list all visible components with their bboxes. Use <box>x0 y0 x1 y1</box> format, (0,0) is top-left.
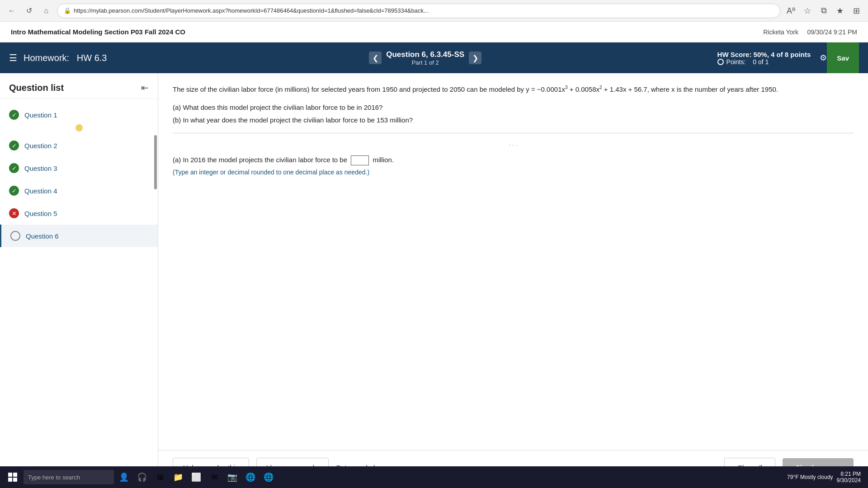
answer-text-line: (a) In 2016 the model projects the civil… <box>173 155 854 165</box>
course-title: Intro Mathematical Modeling Section P03 … <box>11 28 185 36</box>
question-4-status-icon: ✓ <box>9 186 19 196</box>
answer-area: (a) In 2016 the model projects the civil… <box>173 155 854 177</box>
url-text: https://mylab.pearson.com/Student/Player… <box>74 7 429 14</box>
sub-question-a: (a) What does this model project the civ… <box>173 102 854 113</box>
points-circle-icon <box>717 59 724 65</box>
taskbar-apps-icon[interactable]: ⬜ <box>188 469 204 485</box>
sidebar-item-question-5[interactable]: ✕ Question 5 <box>0 202 158 225</box>
svg-rect-3 <box>13 478 17 482</box>
question-4-label: Question 4 <box>24 187 57 195</box>
question-1-label: Question 1 <box>24 111 57 119</box>
taskbar-right-area: 79°F Mostly cloudy 8:21 PM 9/30/2024 <box>787 471 864 483</box>
taskbar-weather: 79°F Mostly cloudy <box>787 474 833 480</box>
taskbar-camera-icon[interactable]: 📷 <box>224 469 241 485</box>
question-3-status-icon: ✓ <box>9 163 19 173</box>
divider <box>173 133 854 133</box>
hw-score-text: HW Score: 50%, 4 of 8 points Points: 0 o… <box>717 51 811 66</box>
sub-questions: (a) What does this model project the civ… <box>173 102 854 126</box>
taskbar-mail-icon[interactable]: ✉ <box>206 469 222 485</box>
question-part: Part 1 of 2 <box>386 59 464 66</box>
sub-question-b: (b) In what year does the model project … <box>173 115 854 126</box>
question-list: ✓ Question 1 ✓ Question 2 ✓ Question 3 ✓… <box>0 99 158 484</box>
question-title: Question 6, 6.3.45-SS <box>386 50 464 59</box>
question-5-status-icon: ✕ <box>9 208 19 218</box>
font-size-button[interactable]: Aᴮ <box>785 5 797 17</box>
hw-score-value: HW Score: 50%, 4 of 8 points <box>717 51 811 58</box>
points-row: Points: 0 of 1 <box>717 58 811 66</box>
taskbar-edge-icon[interactable]: 🌐 <box>242 469 259 485</box>
hw-header: ☰ Homework: HW 6.3 ❮ Question 6, 6.3.45-… <box>0 42 868 73</box>
back-button[interactable]: ← <box>5 5 18 17</box>
home-button[interactable]: ⌂ <box>40 5 52 17</box>
sidebar: Question list ⇤ ✓ Question 1 ✓ Question … <box>0 73 158 484</box>
sidebar-item-question-3[interactable]: ✓ Question 3 <box>0 157 158 179</box>
question-2-label: Question 2 <box>24 142 57 150</box>
browser-toolbar: Aᴮ ☆ ⧉ ★ ⊞ <box>785 5 863 17</box>
svg-rect-2 <box>8 478 12 482</box>
reload-button[interactable]: ↺ <box>23 5 35 17</box>
taskbar-folder-icon[interactable]: 📁 <box>170 469 186 485</box>
extensions-icon[interactable]: ⊞ <box>850 5 863 17</box>
question-center: Question 6, 6.3.45-SS Part 1 of 2 <box>386 50 464 66</box>
expand-dots[interactable]: · · · <box>173 141 854 150</box>
taskbar-search-input[interactable] <box>24 470 114 484</box>
collapse-sidebar-button[interactable]: ⇤ <box>141 82 149 93</box>
split-view-icon[interactable]: ⧉ <box>817 5 830 17</box>
hw-name: HW 6.3 <box>77 53 107 63</box>
sidebar-item-question-4[interactable]: ✓ Question 4 <box>0 179 158 202</box>
hw-score-section: HW Score: 50%, 4 of 8 points Points: 0 o… <box>559 51 827 66</box>
taskbar: 👤 🎧 ⊞ 📁 ⬜ ✉ 📷 🌐 🌐 79°F Mostly cloudy 8:2… <box>0 466 868 488</box>
answer-hint: (Type an integer or decimal rounded to o… <box>173 167 854 177</box>
user-name: Ricketa York <box>763 28 798 36</box>
question-content: The size of the civilian labor force (in… <box>158 73 868 450</box>
save-button[interactable]: Sav <box>827 42 859 73</box>
next-question-button[interactable]: ❯ <box>469 52 481 64</box>
sidebar-item-question-6[interactable]: Question 6 <box>0 225 158 247</box>
taskbar-ie-icon[interactable]: 🌐 <box>260 469 277 485</box>
question-1-status-icon: ✓ <box>9 110 19 120</box>
question-6-label: Question 6 <box>26 232 59 240</box>
bookmark-star-icon[interactable]: ☆ <box>801 5 814 17</box>
course-header: Intro Mathematical Modeling Section P03 … <box>0 22 868 42</box>
settings-icon[interactable]: ⚙ <box>820 53 827 63</box>
browser-chrome: ← ↺ ⌂ 🔒 https://mylab.pearson.com/Studen… <box>0 0 868 22</box>
svg-rect-1 <box>13 473 17 477</box>
taskbar-clock: 8:21 PM 9/30/2024 <box>837 471 861 483</box>
favorites-icon[interactable]: ★ <box>834 5 846 17</box>
address-bar[interactable]: 🔒 https://mylab.pearson.com/Student/Play… <box>57 4 780 18</box>
question-description: The size of the civilian labor force (in… <box>173 84 854 95</box>
lock-icon: 🔒 <box>64 7 71 14</box>
course-info: Ricketa York 09/30/24 9:21 PM <box>763 28 857 36</box>
sidebar-title: Question list <box>9 83 64 93</box>
svg-rect-0 <box>8 473 12 477</box>
sidebar-item-question-1[interactable]: ✓ Question 1 <box>0 103 158 126</box>
question-5-label: Question 5 <box>24 210 57 217</box>
question-3-label: Question 3 <box>24 164 57 172</box>
sidebar-header: Question list ⇤ <box>0 73 158 99</box>
question-6-status-icon <box>10 231 20 241</box>
prev-question-button[interactable]: ❮ <box>369 52 382 64</box>
date-time: 09/30/24 9:21 PM <box>807 28 857 36</box>
sidebar-scrollbar[interactable] <box>154 135 157 189</box>
taskbar-headset-icon[interactable]: 🎧 <box>134 469 150 485</box>
answer-input[interactable] <box>351 155 369 165</box>
question-navigation: ❮ Question 6, 6.3.45-SS Part 1 of 2 ❯ <box>291 50 559 66</box>
homework-label: Homework: <box>24 53 69 63</box>
sidebar-item-question-2[interactable]: ✓ Question 2 <box>0 134 158 157</box>
content-panel: The size of the civilian labor force (in… <box>158 73 868 484</box>
taskbar-grid-icon[interactable]: ⊞ <box>152 469 168 485</box>
taskbar-person-icon[interactable]: 👤 <box>116 469 132 485</box>
question-2-status-icon: ✓ <box>9 141 19 150</box>
hw-title: Homework: HW 6.3 <box>24 53 291 63</box>
start-button[interactable] <box>4 468 22 486</box>
menu-icon[interactable]: ☰ <box>9 52 17 63</box>
main-area: Question list ⇤ ✓ Question 1 ✓ Question … <box>0 73 868 484</box>
